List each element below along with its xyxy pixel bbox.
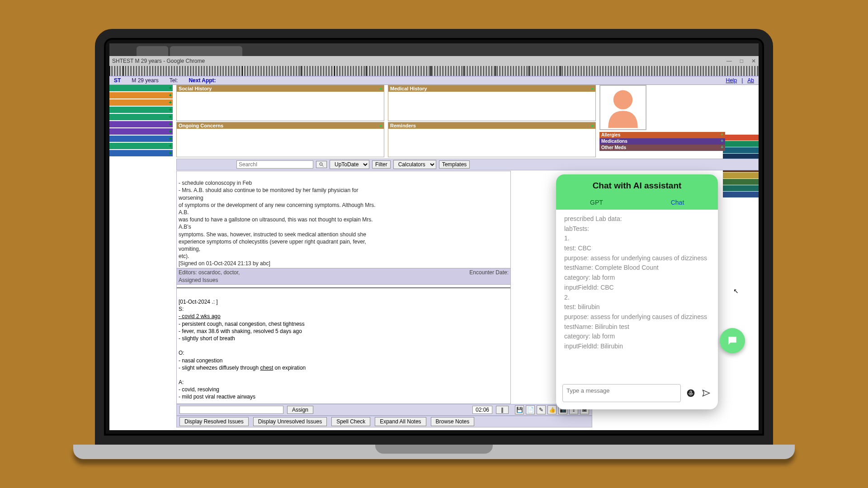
- calculators-select[interactable]: Calculators: [393, 160, 436, 169]
- nav-stripe[interactable]: [723, 192, 759, 197]
- svg-line-2: [322, 165, 324, 167]
- nav-stripe[interactable]: +: [109, 143, 173, 149]
- nav-stripe[interactable]: [723, 135, 759, 141]
- nav-stripe[interactable]: +: [109, 136, 173, 142]
- laptop-screen-frame: SHTEST M 29 years - Google Chrome — □ ✕: [95, 29, 773, 445]
- nav-stripe[interactable]: [723, 185, 759, 191]
- add-icon[interactable]: +: [721, 138, 723, 143]
- ai-chat-panel: Chat with AI assistant GPT Chat prescrib…: [556, 174, 718, 409]
- help-link[interactable]: Help: [726, 77, 737, 84]
- nav-stripe[interactable]: [723, 179, 759, 185]
- summary-bands: Allergies+ Medications+ Other Meds+: [599, 132, 725, 151]
- expand-notes-button[interactable]: Expand All Notes: [375, 417, 426, 426]
- chat-line: inputFieldId: CBC: [564, 283, 710, 293]
- add-icon[interactable]: +: [379, 86, 382, 91]
- templates-button[interactable]: Templates: [439, 160, 470, 169]
- new-note-icon[interactable]: 📄: [526, 405, 535, 414]
- chat-input-row: [556, 380, 718, 409]
- laptop-screen: SHTEST M 29 years - Google Chrome — □ ✕: [109, 43, 759, 430]
- avatar[interactable]: [599, 85, 646, 130]
- svg-point-3: [687, 389, 695, 397]
- thumbs-up-icon[interactable]: 👍: [547, 405, 557, 414]
- edit-icon[interactable]: ✎: [537, 405, 546, 414]
- browser-tab[interactable]: [137, 46, 168, 56]
- about-link[interactable]: Ab: [747, 77, 754, 84]
- display-unresolved-button[interactable]: Display Unresolved Issues: [253, 417, 327, 426]
- band-other-meds[interactable]: Other Meds+: [599, 145, 725, 151]
- panel-title: Medical History: [390, 86, 427, 91]
- search-input[interactable]: [236, 160, 313, 169]
- spell-check-button[interactable]: Spell Check: [331, 417, 370, 426]
- chat-line: category: lab form: [564, 332, 710, 342]
- add-icon[interactable]: +: [591, 123, 594, 128]
- panel-ongoing-concerns[interactable]: Ongoing Concerns+: [176, 122, 384, 157]
- add-icon[interactable]: +: [169, 107, 172, 112]
- send-icon[interactable]: [701, 388, 712, 399]
- add-icon[interactable]: +: [169, 114, 172, 119]
- soap-note[interactable]: [01-Oct-2024 .: ] S: - covid 2 wks ago -…: [177, 290, 510, 404]
- uptodate-select[interactable]: UpToDate: [330, 160, 369, 169]
- chat-tab-chat[interactable]: Chat: [637, 195, 718, 210]
- add-icon[interactable]: +: [169, 150, 172, 155]
- chat-line: test: bilirubin: [564, 302, 710, 312]
- window-minimize[interactable]: —: [726, 58, 732, 64]
- display-resolved-button[interactable]: Display Resolved Issues: [179, 417, 249, 426]
- chat-line: purpose: assess for underlying causes of…: [564, 312, 710, 322]
- chat-tab-gpt[interactable]: GPT: [556, 195, 637, 210]
- panel-title: Ongoing Concerns: [179, 123, 223, 128]
- filter-button[interactable]: Filter: [372, 160, 391, 169]
- chat-header: Chat with AI assistant GPT Chat: [556, 174, 718, 210]
- note-meta: Editors: oscardoc, doctor,Assigned Issue…: [177, 268, 510, 284]
- nav-stripe[interactable]: +: [109, 128, 173, 135]
- chat-input[interactable]: [562, 384, 681, 402]
- nav-stripe[interactable]: [723, 141, 759, 147]
- nav-stripe[interactable]: +: [109, 92, 173, 99]
- nav-stripe[interactable]: +: [109, 107, 173, 113]
- browse-notes-button[interactable]: Browse Notes: [431, 417, 475, 426]
- chat-line: testName: Complete Blood Count: [564, 263, 710, 273]
- pause-button[interactable]: ‖: [496, 406, 509, 414]
- nav-stripe[interactable]: +: [109, 99, 173, 106]
- assign-button[interactable]: Assign: [287, 406, 313, 414]
- add-icon[interactable]: +: [169, 85, 172, 90]
- window-close[interactable]: ✕: [751, 58, 756, 64]
- panel-medical-history[interactable]: Medical History+: [388, 85, 596, 121]
- add-icon[interactable]: +: [169, 92, 172, 98]
- save-icon[interactable]: 💾: [515, 405, 524, 414]
- search-button[interactable]: [316, 161, 327, 168]
- add-icon[interactable]: +: [169, 99, 172, 105]
- magnifier-icon: [319, 162, 324, 167]
- band-allergies[interactable]: Allergies+: [599, 132, 725, 138]
- add-icon[interactable]: +: [721, 145, 723, 150]
- nav-stripe[interactable]: +: [109, 121, 173, 127]
- chat-fab[interactable]: [720, 328, 745, 353]
- browser-tab[interactable]: [170, 46, 242, 56]
- add-icon[interactable]: +: [169, 128, 172, 134]
- laptop-base: [73, 445, 795, 459]
- patient-bar: ST M 29 years Tel: Next Appt: Help | Ab: [109, 76, 759, 85]
- nav-stripe[interactable]: +: [109, 85, 173, 91]
- nav-stripe[interactable]: +: [109, 150, 173, 156]
- assign-input[interactable]: [179, 406, 283, 414]
- chat-messages[interactable]: prescribed Lab data:labTests:1.test: CBC…: [556, 210, 718, 380]
- panel-reminders[interactable]: Reminders+: [388, 122, 596, 157]
- window-maximize[interactable]: □: [740, 58, 743, 64]
- add-icon[interactable]: +: [721, 132, 723, 137]
- mic-icon[interactable]: [685, 388, 696, 399]
- nav-stripe[interactable]: [723, 147, 759, 153]
- add-icon[interactable]: +: [169, 136, 172, 141]
- browser-tabstrip: [109, 43, 759, 56]
- add-icon[interactable]: +: [379, 123, 382, 128]
- svg-point-1: [320, 163, 322, 165]
- add-icon[interactable]: +: [169, 121, 172, 127]
- panel-social-history[interactable]: Social History+: [176, 85, 384, 121]
- chat-line: category: lab form: [564, 273, 710, 283]
- add-icon[interactable]: +: [591, 86, 594, 91]
- nav-stripe[interactable]: [723, 173, 759, 178]
- encounter-notes[interactable]: - schedule colonoscopy in Feb - Mrs. A.B…: [176, 171, 511, 404]
- chat-line: inputFieldId: Bilirubin: [564, 342, 710, 352]
- band-medications[interactable]: Medications+: [599, 138, 725, 145]
- nav-stripe[interactable]: +: [109, 114, 173, 120]
- add-icon[interactable]: +: [169, 143, 172, 148]
- chat-line: 1.: [564, 234, 710, 244]
